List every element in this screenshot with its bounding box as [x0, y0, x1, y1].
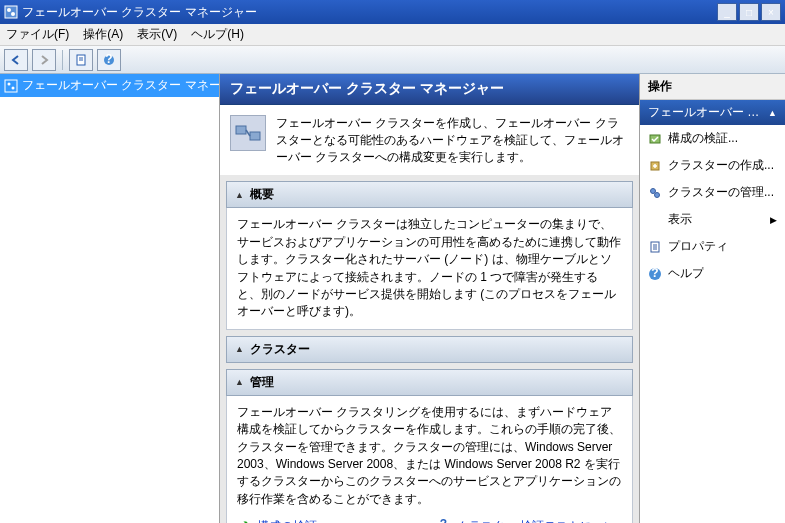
actions-group-header[interactable]: フェールオーバー クラ... ▲: [640, 100, 785, 125]
center-header: フェールオーバー クラスター マネージャー: [220, 74, 639, 105]
manage-icon: [648, 186, 662, 200]
cluster-manager-icon: [4, 79, 18, 93]
arrow-icon: ➔: [237, 518, 251, 523]
actions-pane: 操作 フェールオーバー クラ... ▲ 構成の検証... クラスターの作成...…: [640, 74, 785, 523]
maximize-button[interactable]: □: [739, 3, 759, 21]
svg-point-10: [12, 86, 15, 89]
intro-icon: [230, 115, 266, 151]
toolbar: ?: [0, 46, 785, 74]
menu-view[interactable]: 表示(V): [137, 26, 177, 43]
help-icon: ?: [648, 267, 662, 281]
action-create[interactable]: クラスターの作成...: [640, 152, 785, 179]
action-validate[interactable]: 構成の検証...: [640, 125, 785, 152]
chevron-up-icon: ▲: [768, 108, 777, 118]
app-icon: [4, 5, 18, 19]
action-view[interactable]: · 表示 ▶: [640, 206, 785, 233]
action-manage[interactable]: クラスターの管理...: [640, 179, 785, 206]
toolbar-separator: [62, 50, 63, 70]
svg-rect-11: [236, 126, 246, 134]
action-help-label: ヘルプ: [668, 265, 704, 282]
action-view-label: 表示: [668, 211, 692, 228]
svg-point-1: [7, 8, 11, 12]
title-bar: フェールオーバー クラスター マネージャー _ □ ×: [0, 0, 785, 24]
action-create-label: クラスターの作成...: [668, 157, 774, 174]
section-cluster-title: クラスター: [250, 341, 310, 358]
section-overview-title: 概要: [250, 186, 274, 203]
manage-links-left: ➔ 構成の検証... ➔ クラスターの作成... ➔ クラスターの管理...: [237, 518, 423, 523]
tree-pane: フェールオーバー クラスター マネージャ: [0, 74, 220, 523]
forward-button[interactable]: [32, 49, 56, 71]
chevron-up-icon: ▲: [235, 190, 244, 200]
center-pane: フェールオーバー クラスター マネージャー フェールオーバー クラスターを作成し…: [220, 74, 640, 523]
workspace: フェールオーバー クラスター マネージャ フェールオーバー クラスター マネージ…: [0, 74, 785, 523]
section-cluster: ▲ クラスター: [226, 336, 633, 363]
actions-group-label: フェールオーバー クラ...: [648, 104, 768, 121]
svg-rect-12: [250, 132, 260, 140]
action-properties[interactable]: プロパティ: [640, 233, 785, 260]
minimize-button[interactable]: _: [717, 3, 737, 21]
svg-point-9: [8, 82, 11, 85]
close-button[interactable]: ×: [761, 3, 781, 21]
section-manage-head[interactable]: ▲ 管理: [226, 369, 633, 396]
help-icon: ?: [437, 518, 451, 523]
menu-help[interactable]: ヘルプ(H): [191, 26, 244, 43]
svg-point-2: [11, 12, 15, 16]
properties-icon: [648, 240, 662, 254]
svg-text:?: ?: [105, 54, 112, 66]
svg-rect-8: [5, 80, 17, 92]
back-button[interactable]: [4, 49, 28, 71]
action-properties-label: プロパティ: [668, 238, 728, 255]
section-overview: ▲ 概要 フェールオーバー クラスターは独立したコンピューターの集まりで、サービ…: [226, 181, 633, 329]
create-icon: [648, 159, 662, 173]
section-manage-body: フェールオーバー クラスタリングを使用するには、まずハードウェア構成を検証してか…: [226, 396, 633, 523]
window-title: フェールオーバー クラスター マネージャー: [18, 4, 717, 21]
tree-root-label: フェールオーバー クラスター マネージャ: [22, 77, 220, 94]
link-validate[interactable]: 構成の検証...: [257, 518, 327, 523]
chevron-up-icon: ▲: [235, 377, 244, 387]
action-help[interactable]: ? ヘルプ: [640, 260, 785, 287]
menu-bar: ファイル(F) 操作(A) 表示(V) ヘルプ(H): [0, 24, 785, 46]
menu-file[interactable]: ファイル(F): [6, 26, 69, 43]
section-manage: ▲ 管理 フェールオーバー クラスタリングを使用するには、まずハードウェア構成を…: [226, 369, 633, 523]
svg-point-19: [655, 192, 660, 197]
svg-point-18: [651, 188, 656, 193]
actions-title: 操作: [640, 74, 785, 100]
chevron-up-icon: ▲: [235, 344, 244, 354]
intro-text: フェールオーバー クラスターを作成し、フェールオーバー クラスターとなる可能性の…: [276, 115, 627, 165]
svg-rect-0: [5, 6, 17, 18]
section-manage-title: 管理: [250, 374, 274, 391]
action-validate-label: 構成の検証...: [668, 130, 738, 147]
help-button[interactable]: ?: [97, 49, 121, 71]
tree-root-node[interactable]: フェールオーバー クラスター マネージャ: [0, 74, 219, 97]
section-cluster-head[interactable]: ▲ クラスター: [226, 336, 633, 363]
validate-icon: [648, 132, 662, 146]
svg-line-13: [246, 130, 250, 136]
manage-links-grid: ➔ 構成の検証... ➔ クラスターの作成... ➔ クラスターの管理...: [237, 518, 622, 523]
intro-block: フェールオーバー クラスターを作成し、フェールオーバー クラスターとなる可能性の…: [220, 105, 639, 175]
menu-action[interactable]: 操作(A): [83, 26, 123, 43]
section-manage-text: フェールオーバー クラスタリングを使用するには、まずハードウェア構成を検証してか…: [237, 404, 622, 508]
svg-text:?: ?: [651, 267, 658, 280]
submenu-arrow-icon: ▶: [770, 215, 777, 225]
properties-button[interactable]: [69, 49, 93, 71]
link-test-help[interactable]: クラスター 検証テストについ: [457, 518, 616, 523]
manage-links-right: ? クラスター 検証テストについ ? フェールオーバー クラスターの ノードの追…: [437, 518, 623, 523]
section-overview-head[interactable]: ▲ 概要: [226, 181, 633, 208]
action-manage-label: クラスターの管理...: [668, 184, 774, 201]
section-overview-body: フェールオーバー クラスターは独立したコンピューターの集まりで、サービスおよびア…: [226, 208, 633, 329]
